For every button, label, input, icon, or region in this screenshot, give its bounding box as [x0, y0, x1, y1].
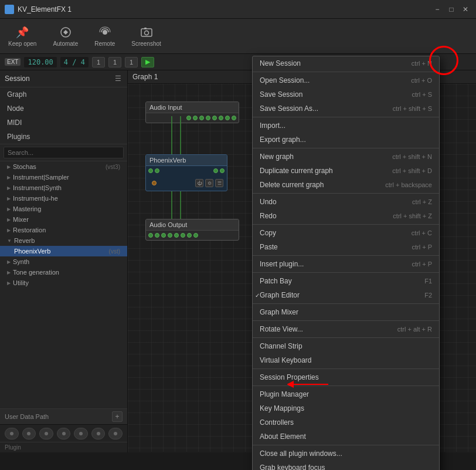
- tree-item-stochas[interactable]: ▶ Stochas (vst3): [0, 161, 127, 172]
- screenshot-button[interactable]: Screenshot: [128, 23, 165, 49]
- automate-button[interactable]: Automate: [49, 23, 81, 49]
- menu-close-plugin-windows[interactable]: Close all plugin windows...: [253, 447, 439, 461]
- power-button[interactable]: ⏻: [195, 179, 203, 187]
- play-button[interactable]: ▶: [141, 57, 154, 67]
- port-7: [187, 233, 192, 238]
- plugin-btn-5[interactable]: [74, 428, 88, 439]
- tree-item-instrument-sampler[interactable]: ▶ Instrument|Sampler: [0, 172, 127, 182]
- plugin-btn-3[interactable]: [39, 428, 53, 439]
- menu-divider: [253, 224, 439, 225]
- sidebar-item-plugins[interactable]: Plugins: [0, 130, 127, 144]
- menu-controllers[interactable]: Controllers: [253, 415, 439, 430]
- menu-save-session[interactable]: Save Session ctrl + S: [253, 87, 439, 102]
- tree-item-instrument-synth[interactable]: ▶ Instrument|Synth: [0, 182, 127, 193]
- sidebar-menu-button[interactable]: ☰: [113, 74, 123, 83]
- menu-export-graph[interactable]: Export graph...: [253, 133, 439, 147]
- input-ports: [146, 168, 162, 173]
- port-3: [199, 116, 204, 120]
- plugin-label: Plugin: [5, 444, 21, 451]
- time-sig-display[interactable]: 4 / 4: [60, 57, 89, 67]
- bpm-display[interactable]: 120.00: [24, 57, 56, 67]
- audio-input-node[interactable]: Audio Input: [145, 102, 239, 123]
- beat-1-button[interactable]: 1: [92, 57, 105, 67]
- tree-item-mastering[interactable]: ▶ Mastering: [0, 204, 127, 214]
- arrow-icon: ▶: [7, 217, 11, 222]
- menu-key-mappings[interactable]: Key Mappings: [253, 401, 439, 415]
- minimize-button[interactable]: −: [431, 4, 443, 15]
- plugin-btn-1[interactable]: [5, 428, 19, 439]
- sidebar-item-node[interactable]: Node: [0, 102, 127, 116]
- menu-open-session[interactable]: Open Session... ctrl + O: [253, 73, 439, 87]
- plugin-btn-6[interactable]: [91, 428, 106, 439]
- arrow-icon: ▶: [7, 196, 11, 201]
- context-menu: New Session ctrl + N Open Session... ctr…: [252, 56, 440, 470]
- plugin-btn-7[interactable]: [108, 428, 123, 439]
- add-user-data-button[interactable]: +: [112, 411, 123, 422]
- menu-virtual-keyboard[interactable]: Virtual Keyboard: [253, 353, 439, 367]
- tree-item-restoration[interactable]: ▶ Restoration: [0, 225, 127, 235]
- menu-save-session-as[interactable]: Save Session As... ctrl + shift + S: [253, 102, 439, 116]
- tree-item-phoenixverb[interactable]: PhoenixVerb (vst): [0, 246, 127, 256]
- menu-graph-editor[interactable]: Graph Editor F2: [253, 288, 439, 302]
- phoenixverb-input-ports: [146, 166, 227, 175]
- menu-plugin-manager[interactable]: Plugin Manager: [253, 387, 439, 401]
- tree-item-reverb[interactable]: ▼ Reverb: [0, 235, 127, 246]
- sidebar-item-midi[interactable]: MIDI: [0, 116, 127, 130]
- remote-label: Remote: [94, 40, 115, 47]
- arrow-icon: ▶: [7, 185, 11, 191]
- midi-port: [152, 181, 157, 185]
- plugin-controls: ⏻ ⚙ ☰: [195, 179, 223, 187]
- remote-icon: [98, 25, 112, 39]
- menu-session-properties[interactable]: Session Properties: [253, 370, 439, 384]
- menu-about-element[interactable]: About Element: [253, 430, 439, 444]
- menu-channel-strip[interactable]: Channel Strip: [253, 339, 439, 353]
- keep-open-icon: 📌: [15, 25, 29, 39]
- tree-item-label: Instrument|Sampler: [13, 174, 69, 181]
- menu-duplicate-graph[interactable]: Duplicate current graph ctrl + shift + D: [253, 164, 439, 178]
- sidebar-item-graph[interactable]: Graph: [0, 87, 127, 102]
- tree-item-instrument-uhe[interactable]: ▶ Instrument|u-he: [0, 193, 127, 204]
- plugin-btn-2[interactable]: [22, 428, 36, 439]
- tree-item-tone-generation[interactable]: ▶ Tone generation: [0, 267, 127, 278]
- tree-item-label: Tone generation: [13, 269, 59, 276]
- search-input[interactable]: [4, 147, 124, 158]
- title-bar: KV_ElementFX 1 − □ ✕: [0, 0, 476, 19]
- maximize-button[interactable]: □: [446, 4, 457, 15]
- phoenixverb-node[interactable]: PhoenixVerb ⏻ ⚙ ☰: [145, 154, 227, 191]
- port-3: [161, 233, 166, 238]
- tree-item-synth[interactable]: ▶ Synth: [0, 256, 127, 267]
- screenshot-icon: [140, 25, 154, 39]
- port-5: [174, 233, 179, 238]
- menu-undo[interactable]: Undo ctrl + Z: [253, 195, 439, 209]
- port-4: [206, 116, 210, 120]
- menu-grab-keyboard-focus[interactable]: Grab keyboard focus: [253, 461, 439, 470]
- vst-badge: (vst3): [106, 164, 120, 170]
- beat-2-button[interactable]: 1: [108, 57, 121, 67]
- keep-open-button[interactable]: 📌 Keep open: [5, 23, 40, 49]
- arrow-icon: ▶: [7, 164, 11, 170]
- menu-import[interactable]: Import...: [253, 119, 439, 133]
- menu-new-session[interactable]: New Session ctrl + N: [253, 56, 439, 70]
- menu-rotate-view[interactable]: Rotate View... ctrl + alt + R: [253, 322, 439, 336]
- arrow-icon: ▶: [7, 228, 11, 233]
- audio-output-node[interactable]: Audio Output: [145, 219, 239, 241]
- close-button[interactable]: ✕: [460, 4, 471, 15]
- menu-new-graph[interactable]: New graph ctrl + shift + N: [253, 150, 439, 164]
- port-1: [186, 116, 191, 120]
- menu-button[interactable]: ☰: [215, 179, 223, 187]
- menu-delete-graph[interactable]: Delete current graph ctrl + backspace: [253, 178, 439, 192]
- tree-item-mixer[interactable]: ▶ Mixer: [0, 214, 127, 225]
- settings-button[interactable]: ⚙: [205, 179, 213, 187]
- window-controls: − □ ✕: [431, 4, 471, 15]
- plugin-btn-4[interactable]: [57, 428, 71, 439]
- arrow-icon: ▶: [7, 175, 11, 180]
- menu-graph-mixer[interactable]: Graph Mixer: [253, 305, 439, 319]
- tree-item-utility[interactable]: ▶ Utility: [0, 278, 127, 288]
- menu-divider: [253, 272, 439, 273]
- beat-3-button[interactable]: 1: [125, 57, 138, 67]
- sidebar-header: Session ☰: [0, 70, 127, 87]
- remote-button[interactable]: Remote: [91, 23, 118, 49]
- tree-item-label: Reverb: [14, 237, 35, 244]
- screenshot-label: Screenshot: [131, 40, 161, 47]
- menu-patch-bay[interactable]: Patch Bay F1: [253, 274, 439, 288]
